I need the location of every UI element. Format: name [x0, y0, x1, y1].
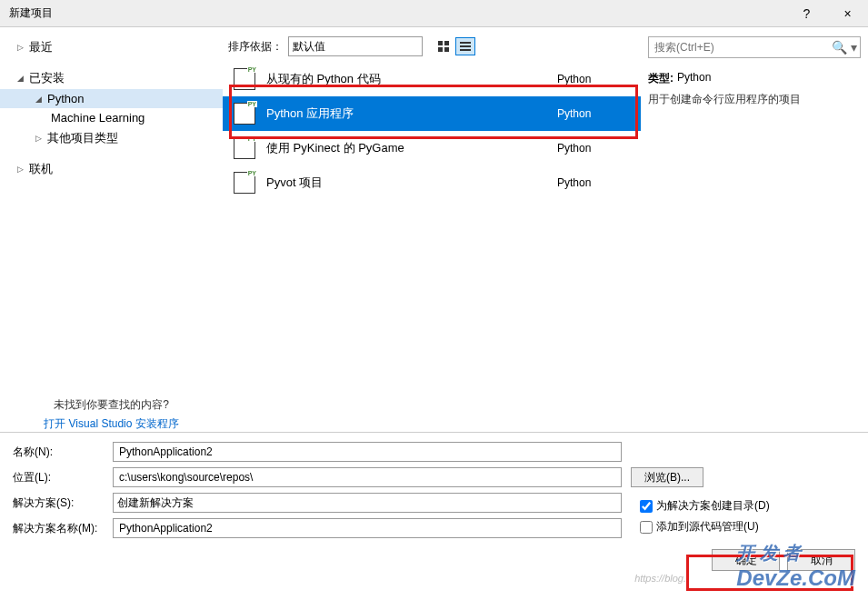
python-project-icon: PY — [234, 172, 255, 194]
sort-dropdown[interactable] — [288, 36, 423, 56]
template-description: 用于创建命令行应用程序的项目 — [648, 92, 861, 107]
solution-dropdown[interactable] — [113, 493, 622, 513]
name-input[interactable] — [113, 442, 622, 462]
template-item[interactable]: PY 从现有的 Python 代码 Python — [223, 62, 641, 96]
search-box: 🔍 ▾ — [648, 36, 861, 58]
search-icon[interactable]: 🔍 ▾ — [832, 40, 857, 55]
source-control-label: 添加到源代码管理(U) — [656, 519, 759, 535]
template-list: PY 从现有的 Python 代码 Python PY Python 应用程序 … — [223, 62, 641, 432]
solution-name-input[interactable] — [113, 518, 622, 538]
sidebar-item-ml[interactable]: Machine Learning — [0, 108, 223, 127]
view-list-button[interactable] — [455, 37, 475, 55]
source-control-row: 添加到源代码管理(U) — [640, 519, 855, 535]
location-row: 位置(L): 浏览(B)... — [13, 467, 855, 487]
template-item-selected[interactable]: PY Python 应用程序 Python — [223, 96, 641, 131]
titlebar: 新建项目 ? × — [0, 0, 868, 27]
sidebar-item-python[interactable]: ◢ Python — [0, 89, 223, 108]
close-button[interactable]: × — [827, 0, 868, 27]
sidebar: ▷ 最近 ◢ 已安装 ◢ Python Machine Learning ▷ 其… — [0, 27, 223, 432]
not-found-prompt: 未找到你要查找的内容? — [0, 397, 223, 413]
chevron-right-icon: ▷ — [33, 133, 44, 144]
toolbar: 排序依据： — [223, 27, 641, 62]
location-input[interactable] — [113, 467, 622, 487]
sort-label: 排序依据： — [228, 39, 283, 55]
dialog-buttons: 确定 取消 — [0, 544, 868, 580]
list-icon — [460, 42, 471, 51]
template-item[interactable]: PY Pyvot 项目 Python — [223, 165, 641, 200]
bottom-form: 名称(N): 位置(L): 浏览(B)... 解决方案(S): 解决方案名称(M… — [0, 433, 868, 544]
type-value: Python — [677, 71, 711, 86]
sidebar-item-installed[interactable]: ◢ 已安装 — [0, 67, 223, 89]
python-project-icon: PY — [234, 137, 255, 159]
solution-name-label: 解决方案名称(M): — [13, 521, 113, 536]
titlebar-buttons: ? × — [786, 0, 868, 27]
sidebar-item-recent[interactable]: ▷ 最近 — [0, 36, 223, 58]
view-mode-buttons — [434, 37, 475, 55]
right-panel: 🔍 ▾ 类型: Python 用于创建命令行应用程序的项目 — [641, 27, 868, 432]
center-panel: 排序依据： PY 从现有的 Python 代码 Python PY Python… — [223, 27, 641, 432]
ok-button[interactable]: 确定 — [712, 549, 780, 571]
name-row: 名称(N): — [13, 442, 855, 462]
main-area: ▷ 最近 ◢ 已安装 ◢ Python Machine Learning ▷ 其… — [0, 27, 868, 432]
create-dir-checkbox[interactable] — [640, 500, 653, 513]
type-label: 类型: — [648, 71, 673, 86]
grid-icon — [438, 41, 449, 52]
chevron-right-icon: ▷ — [15, 42, 25, 53]
name-label: 名称(N): — [13, 445, 113, 460]
dialog-title: 新建项目 — [9, 5, 786, 21]
browse-button[interactable]: 浏览(B)... — [631, 467, 703, 487]
python-project-icon: PY — [234, 68, 255, 90]
view-grid-button[interactable] — [434, 37, 454, 55]
chevron-right-icon: ▷ — [15, 164, 25, 175]
type-row: 类型: Python — [648, 71, 861, 86]
create-dir-label: 为解决方案创建目录(D) — [656, 498, 770, 514]
watermark-url: https://blog. — [634, 573, 686, 584]
search-input[interactable] — [648, 36, 861, 58]
solution-label: 解决方案(S): — [13, 495, 113, 511]
sidebar-bottom: 未找到你要查找的内容? 打开 Visual Studio 安装程序 — [0, 397, 223, 432]
chevron-down-icon: ◢ — [33, 94, 44, 105]
template-item[interactable]: PY 使用 PyKinect 的 PyGame Python — [223, 131, 641, 165]
sidebar-item-online[interactable]: ▷ 联机 — [0, 158, 223, 180]
source-control-checkbox[interactable] — [640, 521, 653, 534]
sidebar-item-other[interactable]: ▷ 其他项目类型 — [0, 127, 223, 149]
create-dir-row: 为解决方案创建目录(D) — [640, 498, 855, 514]
help-button[interactable]: ? — [786, 0, 827, 27]
cancel-button[interactable]: 取消 — [787, 549, 855, 571]
chevron-down-icon: ◢ — [15, 73, 25, 84]
python-project-icon: PY — [234, 103, 255, 125]
location-label: 位置(L): — [13, 470, 113, 485]
installer-link[interactable]: 打开 Visual Studio 安装程序 — [0, 416, 223, 432]
annotation-arrow — [0, 580, 868, 600]
